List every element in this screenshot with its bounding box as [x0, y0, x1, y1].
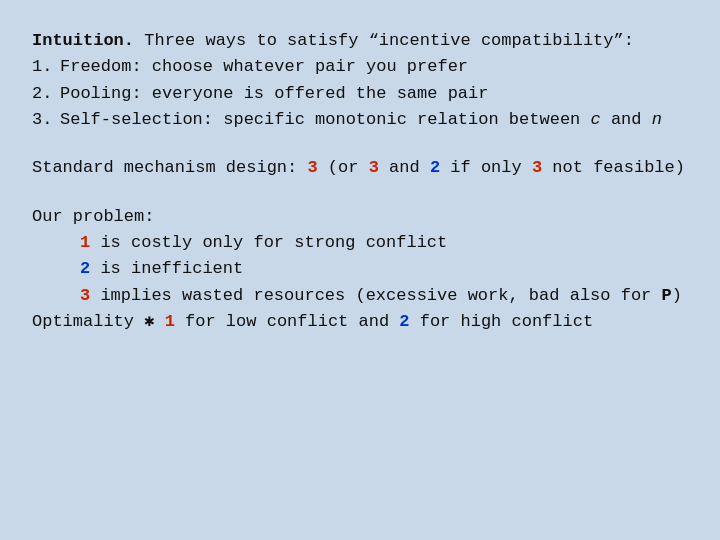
intuition-header-line: Intuition. Three ways to satisfy “incent… [32, 28, 688, 54]
problem-suffix-3: ) [672, 286, 682, 305]
standard-n2a: 2 [430, 158, 440, 177]
standard-and: and [379, 158, 430, 177]
our-problem-header: Our problem: [32, 204, 688, 230]
standard-mid2: if only [440, 158, 532, 177]
problem-line-1: 1 is costly only for strong conflict [80, 230, 688, 256]
item3-text: Self-selection: specific monotonic relat… [60, 107, 662, 133]
optimality-suffix: for high conflict [410, 312, 594, 331]
optimality-line: Optimality ✱ 1 for low conflict and 2 fo… [32, 309, 688, 335]
problem-n3: 3 [80, 286, 90, 305]
item2-text: Pooling: everyone is offered the same pa… [60, 81, 488, 107]
optimality-n2: 2 [399, 312, 409, 331]
problem-n2: 2 [80, 259, 90, 278]
item2-num: 2. [32, 81, 54, 107]
problem-text-1: is costly only for strong conflict [90, 233, 447, 252]
problem-line-2: 2 is inefficient [80, 256, 688, 282]
item1-text: Freedom: choose whatever pair you prefer [60, 54, 468, 80]
list-item-3: 3. Self-selection: specific monotonic re… [32, 107, 688, 133]
intuition-bold-label: Intuition. [32, 31, 134, 50]
block-intuition: Intuition. Three ways to satisfy “incent… [32, 28, 688, 133]
item1-num: 1. [32, 54, 54, 80]
problem-p-bold: P [662, 286, 672, 305]
problem-line-3: 3 implies wasted resources (excessive wo… [80, 283, 688, 309]
optimality-n1: 1 [165, 312, 175, 331]
standard-prefix: Standard mechanism design: [32, 158, 307, 177]
problem-text-2: is inefficient [90, 259, 243, 278]
standard-n3c: 3 [532, 158, 542, 177]
standard-mid1: (or [318, 158, 369, 177]
item3-num: 3. [32, 107, 54, 133]
optimality-mid: for low conflict and [175, 312, 399, 331]
standard-n3b: 3 [369, 158, 379, 177]
problem-n1: 1 [80, 233, 90, 252]
standard-n3a: 3 [307, 158, 317, 177]
standard-suffix: not feasible) [542, 158, 685, 177]
optimality-prefix: Optimality ✱ [32, 312, 165, 331]
item3-c: c [591, 110, 601, 129]
item3-and: and [601, 110, 652, 129]
standard-line: Standard mechanism design: 3 (or 3 and 2… [32, 155, 688, 181]
block-our-problem: Our problem: 1 is costly only for strong… [32, 204, 688, 336]
list-item-2: 2. Pooling: everyone is offered the same… [32, 81, 688, 107]
problem-text-3: implies wasted resources (excessive work… [90, 286, 661, 305]
item3-n: n [652, 110, 662, 129]
list-item-1: 1. Freedom: choose whatever pair you pre… [32, 54, 688, 80]
intuition-rest-text: Three ways to satisfy “incentive compati… [134, 31, 634, 50]
slide: Intuition. Three ways to satisfy “incent… [0, 0, 720, 540]
block-standard: Standard mechanism design: 3 (or 3 and 2… [32, 155, 688, 181]
item3-prefix: Self-selection: specific monotonic relat… [60, 110, 591, 129]
